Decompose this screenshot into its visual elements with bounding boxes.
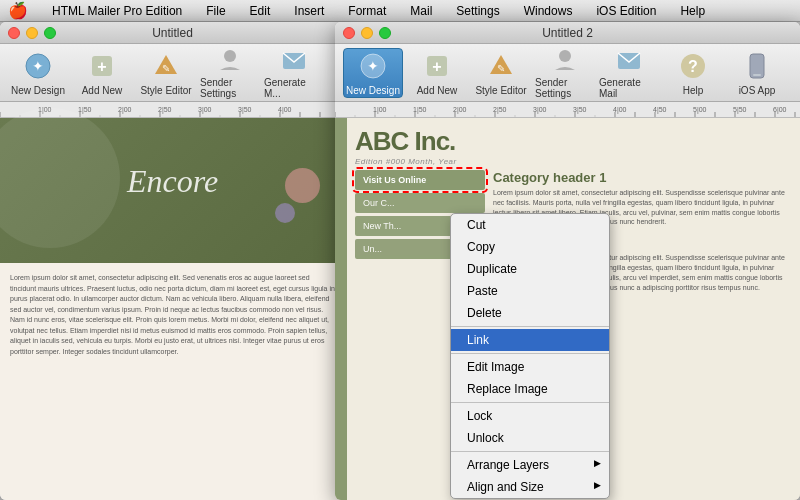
ctx-copy[interactable]: Copy <box>451 236 609 258</box>
svg-rect-45 <box>335 102 800 118</box>
toolbar2-generate-mail-label: Generate Mail <box>599 77 659 99</box>
svg-text:5|50: 5|50 <box>733 106 747 114</box>
toolbar2-sender-settings-btn[interactable]: Sender Settings <box>535 48 595 98</box>
toolbar-add-new-label: Add New <box>82 85 123 96</box>
menu-edit[interactable]: Edit <box>246 2 275 20</box>
window1-minimize-button[interactable] <box>26 27 38 39</box>
toolbar2-new-design-btn[interactable]: ✦ New Design <box>343 48 403 98</box>
toolbar-style-editor-btn[interactable]: ✎ Style Editor <box>136 48 196 98</box>
ctx-duplicate[interactable]: Duplicate <box>451 258 609 280</box>
ctx-align-and-size[interactable]: Align and Size <box>451 476 609 498</box>
toolbar-new-design-btn[interactable]: ✦ New Design <box>8 48 68 98</box>
svg-text:4|00: 4|00 <box>613 106 627 114</box>
cat1-header: Category header 1 <box>493 170 792 185</box>
svg-text:3|50: 3|50 <box>573 106 587 114</box>
window2-maximize-button[interactable] <box>379 27 391 39</box>
window-2: Untitled 2 ✦ New Design + <box>335 22 800 500</box>
ctx-paste[interactable]: Paste <box>451 280 609 302</box>
window1-title: Untitled <box>152 26 193 40</box>
svg-text:6|00: 6|00 <box>773 106 787 114</box>
window1-titlebar: Untitled <box>0 22 345 44</box>
menu-format[interactable]: Format <box>344 2 390 20</box>
toolbar2-style-editor-btn[interactable]: ✎ Style Editor <box>471 48 531 98</box>
ctx-replace-image[interactable]: Replace Image <box>451 378 609 400</box>
ctx-delete[interactable]: Delete <box>451 302 609 324</box>
ctx-sep1 <box>451 326 609 327</box>
window1-body: Lorem ipsum dolor sit amet, consectetur … <box>0 263 345 500</box>
toolbar2-help-btn[interactable]: ? Help <box>663 48 723 98</box>
window2-close-button[interactable] <box>343 27 355 39</box>
menu-ios-edition[interactable]: iOS Edition <box>592 2 660 20</box>
sender-settings2-icon <box>549 46 581 74</box>
toolbar2-sender-settings-label: Sender Settings <box>535 77 595 99</box>
our-btn[interactable]: Our C... <box>355 193 485 213</box>
visit-online-btn[interactable]: Visit Us Online <box>355 170 485 190</box>
window1-maximize-button[interactable] <box>44 27 56 39</box>
context-menu: Cut Copy Duplicate Paste Delete Link Edi… <box>450 213 610 499</box>
svg-point-6 <box>224 50 236 62</box>
ctx-edit-image[interactable]: Edit Image <box>451 356 609 378</box>
window1-controls <box>8 27 56 39</box>
svg-rect-44 <box>753 74 761 76</box>
toolbar2-add-new-btn[interactable]: + Add New <box>407 48 467 98</box>
ctx-sep2 <box>451 353 609 354</box>
svg-point-39 <box>559 50 571 62</box>
ctx-arrange-layers[interactable]: Arrange Layers <box>451 454 609 476</box>
svg-text:1|50: 1|50 <box>413 106 427 114</box>
toolbar2-generate-mail-btn[interactable]: Generate Mail <box>599 48 659 98</box>
ios-app2-icon <box>741 50 773 82</box>
svg-text:3|00: 3|00 <box>533 106 547 114</box>
ctx-sep3 <box>451 402 609 403</box>
svg-text:3|00: 3|00 <box>198 106 212 114</box>
svg-text:1|50: 1|50 <box>78 106 92 114</box>
svg-text:+: + <box>97 58 106 75</box>
window1-body-text: Lorem ipsum dolor sit amet, consectetur … <box>10 273 335 357</box>
svg-text:+: + <box>432 58 441 75</box>
apple-menu-icon[interactable]: 🍎 <box>8 1 28 20</box>
ctx-cut[interactable]: Cut <box>451 214 609 236</box>
menu-file[interactable]: File <box>202 2 229 20</box>
toolbar-sender-settings-btn[interactable]: Sender Settings <box>200 48 260 98</box>
menu-settings[interactable]: Settings <box>452 2 503 20</box>
email-header: ABC Inc. Edition #000 Month, Year <box>355 126 792 166</box>
new-design-icon: ✦ <box>22 50 54 82</box>
svg-text:4|50: 4|50 <box>653 106 667 114</box>
window2-content: ABC Inc. Edition #000 Month, Year Visit … <box>335 118 800 500</box>
toolbar-add-new-btn[interactable]: + Add New <box>72 48 132 98</box>
window1-toolbar: ✦ New Design + Add New ✎ <box>0 44 345 102</box>
ctx-unlock[interactable]: Unlock <box>451 427 609 449</box>
menu-help[interactable]: Help <box>676 2 709 20</box>
generate-mail2-icon <box>613 46 645 74</box>
menu-app-name: HTML Mailer Pro Edition <box>48 2 186 20</box>
toolbar2-ios-app-label: iOS App <box>739 85 776 96</box>
toolbar2-style-editor-label: Style Editor <box>475 85 526 96</box>
toolbar2-ios-app-btn[interactable]: iOS App <box>727 48 787 98</box>
toolbar2-add-new-label: Add New <box>417 85 458 96</box>
menu-bar: 🍎 HTML Mailer Pro Edition File Edit Inse… <box>0 0 800 22</box>
svg-text:?: ? <box>688 58 698 75</box>
svg-text:5|00: 5|00 <box>693 106 707 114</box>
svg-text:2|50: 2|50 <box>158 106 172 114</box>
email-logo: ABC Inc. <box>355 126 792 157</box>
menu-insert[interactable]: Insert <box>290 2 328 20</box>
toolbar2-new-design-label: New Design <box>346 85 400 96</box>
svg-text:4|00: 4|00 <box>278 106 292 114</box>
generate-mail-icon <box>278 46 310 74</box>
ctx-link[interactable]: Link <box>451 329 609 351</box>
toolbar-sender-settings-label: Sender Settings <box>200 77 260 99</box>
window1-close-button[interactable] <box>8 27 20 39</box>
toolbar-generate-mail-btn[interactable]: Generate M... <box>264 48 324 98</box>
left-nav-bar <box>335 118 347 500</box>
window2-toolbar: ✦ New Design + Add New ✎ <box>335 44 800 102</box>
menu-windows[interactable]: Windows <box>520 2 577 20</box>
svg-text:2|00: 2|00 <box>453 106 467 114</box>
circle-lavender <box>275 203 295 223</box>
window2-minimize-button[interactable] <box>361 27 373 39</box>
new-design2-icon: ✦ <box>357 50 389 82</box>
svg-text:✦: ✦ <box>367 58 379 74</box>
ctx-lock[interactable]: Lock <box>451 405 609 427</box>
menu-mail[interactable]: Mail <box>406 2 436 20</box>
svg-text:✎: ✎ <box>162 63 170 74</box>
email-edition: Edition #000 Month, Year <box>355 157 792 166</box>
toolbar-new-design-label: New Design <box>11 85 65 96</box>
